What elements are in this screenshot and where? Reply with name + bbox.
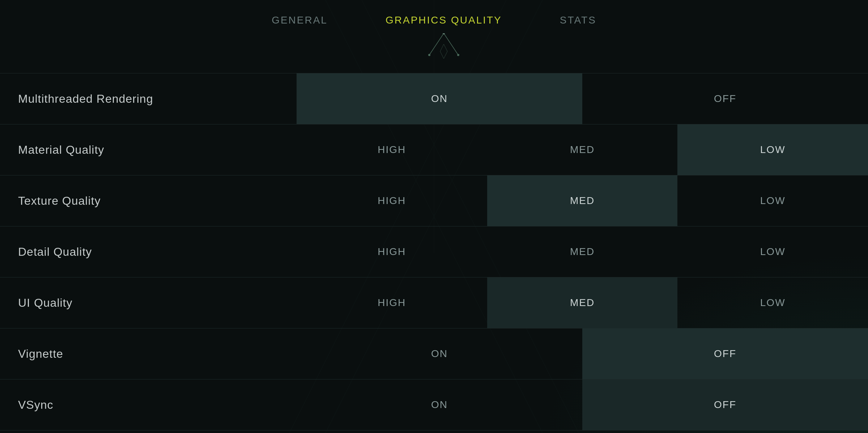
option-detail-low[interactable]: Low — [677, 226, 868, 277]
option-multithreaded-on[interactable]: On — [297, 73, 582, 124]
option-texture-low[interactable]: Low — [677, 175, 868, 226]
setting-texture-quality: Texture Quality High Med Low — [0, 175, 868, 226]
option-detail-med[interactable]: Med — [487, 226, 678, 277]
setting-options-material-quality: High Med Low — [297, 124, 868, 175]
svg-line-6 — [444, 33, 458, 55]
setting-detail-quality: Detail Quality High Med Low — [0, 226, 868, 277]
svg-point-9 — [457, 54, 459, 56]
svg-line-5 — [429, 33, 444, 55]
settings-container: GENERAL GRAPHICS QUALITY STATS Multithre… — [0, 0, 868, 433]
setting-options-vsync: On Off — [297, 379, 868, 430]
setting-name-material-quality: Material Quality — [0, 132, 297, 167]
settings-list: Multithreaded Rendering On Off Material … — [0, 73, 868, 433]
setting-material-quality: Material Quality High Med Low — [0, 124, 868, 175]
option-multithreaded-off[interactable]: Off — [582, 73, 868, 124]
option-vignette-on[interactable]: On — [297, 328, 582, 379]
setting-name-detail-quality: Detail Quality — [0, 234, 297, 269]
setting-ui-quality: UI Quality High Med Low — [0, 277, 868, 328]
setting-name-multithreaded-rendering: Multithreaded Rendering — [0, 81, 297, 116]
setting-options-multithreaded-rendering: On Off — [297, 73, 868, 124]
setting-options-vignette: On Off — [297, 328, 868, 379]
setting-vsync: VSync On Off — [0, 379, 868, 430]
option-ui-low[interactable]: Low — [677, 277, 868, 328]
option-ui-high[interactable]: High — [297, 277, 487, 328]
option-texture-high[interactable]: High — [297, 175, 487, 226]
setting-name-ui-quality: UI Quality — [0, 285, 297, 320]
tab-graphics-quality[interactable]: GRAPHICS QUALITY — [357, 7, 531, 33]
tab-stats[interactable]: STATS — [531, 7, 625, 33]
svg-marker-10 — [440, 44, 447, 59]
option-texture-med[interactable]: Med — [487, 175, 678, 226]
svg-point-8 — [428, 54, 430, 56]
tab-connector-svg — [408, 33, 480, 69]
option-vsync-off[interactable]: Off — [582, 379, 868, 430]
setting-multithreaded-rendering: Multithreaded Rendering On Off — [0, 73, 868, 124]
setting-options-texture-quality: High Med Low — [297, 175, 868, 226]
tab-navigation: GENERAL GRAPHICS QUALITY STATS — [0, 0, 868, 33]
setting-name-vignette: Vignette — [0, 336, 297, 372]
setting-options-detail-quality: High Med Low — [297, 226, 868, 277]
option-material-low[interactable]: Low — [677, 124, 868, 175]
option-material-med[interactable]: Med — [487, 124, 678, 175]
setting-vignette: Vignette On Off — [0, 328, 868, 379]
option-vignette-off[interactable]: Off — [582, 328, 868, 379]
setting-name-texture-quality: Texture Quality — [0, 183, 297, 218]
tab-general[interactable]: GENERAL — [243, 7, 357, 33]
option-ui-med[interactable]: Med — [487, 277, 678, 328]
setting-name-vsync: VSync — [0, 387, 297, 423]
setting-anti-aliasing: Anti-Aliasing MSAA 2x ▼ — [0, 430, 868, 433]
option-vsync-on[interactable]: On — [297, 379, 582, 430]
option-detail-high[interactable]: High — [297, 226, 487, 277]
option-material-high[interactable]: High — [297, 124, 487, 175]
setting-options-ui-quality: High Med Low — [297, 277, 868, 328]
